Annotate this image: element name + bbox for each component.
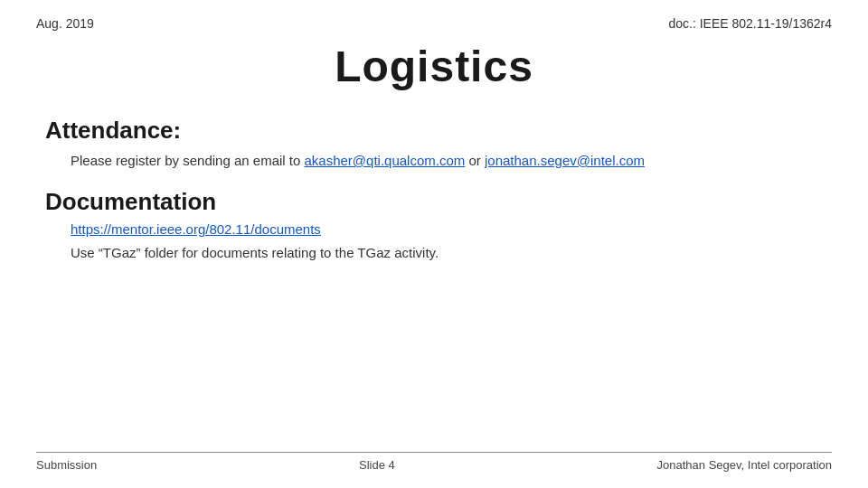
footer: Submission Slide 4 Jonathan Segev, Intel…: [36, 452, 832, 472]
email1-link[interactable]: akasher@qti.qualcom.com: [304, 153, 465, 168]
documentation-section: Documentation https://mentor.ieee.org/80…: [45, 188, 832, 264]
date-label: Aug. 2019: [36, 16, 94, 31]
attendance-separator: or: [465, 153, 485, 168]
doc-id-label: doc.: IEEE 802.11-19/1362r4: [668, 16, 832, 31]
documentation-heading: Documentation: [45, 188, 832, 216]
slide: Aug. 2019 doc.: IEEE 802.11-19/1362r4 Lo…: [0, 0, 868, 488]
attendance-body: Please register by sending an email to a…: [45, 150, 832, 172]
content-section: Attendance: Please register by sending a…: [36, 117, 832, 452]
page-title: Logistics: [36, 42, 832, 91]
documentation-text: Use “TGaz” folder for documents relating…: [71, 242, 832, 264]
footer-submission: Submission: [36, 458, 97, 472]
attendance-section: Attendance: Please register by sending a…: [45, 117, 832, 172]
footer-slide-number: Slide 4: [359, 458, 395, 472]
attendance-text-prefix: Please register by sending an email to: [71, 153, 304, 168]
attendance-text: Please register by sending an email to a…: [71, 150, 832, 172]
title-section: Logistics: [36, 42, 832, 91]
header: Aug. 2019 doc.: IEEE 802.11-19/1362r4: [36, 16, 832, 31]
documentation-body: https://mentor.ieee.org/802.11/documents…: [45, 221, 832, 264]
email2-link[interactable]: jonathan.segev@intel.com: [485, 153, 645, 168]
attendance-heading: Attendance:: [45, 117, 832, 145]
doc-link[interactable]: https://mentor.ieee.org/802.11/documents: [71, 221, 832, 237]
footer-author: Jonathan Segev, Intel corporation: [657, 458, 832, 472]
